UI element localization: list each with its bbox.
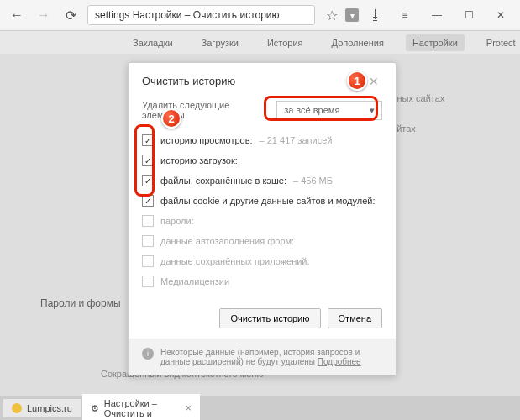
callout-1: 1 bbox=[347, 71, 367, 91]
tab-close-icon[interactable]: × bbox=[186, 402, 192, 414]
check-row: ✓историю загрузок: bbox=[142, 150, 382, 171]
checkbox bbox=[142, 255, 154, 267]
note-text: Некоторые данные (например, история запр… bbox=[160, 348, 382, 366]
close-icon[interactable]: ✕ bbox=[369, 75, 382, 88]
checkbox bbox=[142, 276, 154, 287]
check-row: ✓файлы, сохранённые в кэше: – 456 МБ bbox=[142, 171, 382, 191]
check-row: данные сохранённых приложений. bbox=[142, 251, 382, 271]
chevron-down-icon: ▾ bbox=[370, 105, 375, 116]
address-text: settings Настройки – Очистить историю bbox=[95, 9, 280, 21]
check-label: данные сохранённых приложений. bbox=[160, 256, 310, 266]
close-window-button[interactable]: ✕ bbox=[488, 5, 513, 25]
checkbox[interactable]: ✓ bbox=[142, 134, 154, 146]
shield-icon[interactable]: ▾ bbox=[345, 8, 359, 22]
checkbox[interactable]: ✓ bbox=[142, 175, 154, 186]
check-row: Медиалицензии bbox=[142, 271, 382, 291]
minimize-button[interactable]: — bbox=[424, 5, 449, 25]
check-label: историю загрузок: bbox=[160, 155, 238, 165]
check-label: историю просмотров: bbox=[160, 135, 253, 145]
check-value: – 21 417 записей bbox=[260, 135, 333, 145]
check-row: данные автозаполнения форм: bbox=[142, 231, 382, 251]
tab-bookmarks[interactable]: Закладки bbox=[126, 34, 180, 51]
menu-icon[interactable]: ≡ bbox=[392, 5, 418, 25]
callout-2: 2 bbox=[161, 108, 181, 129]
checkbox[interactable]: ✓ bbox=[142, 195, 154, 207]
info-icon: i bbox=[142, 348, 154, 360]
settings-nav: Закладки Загрузки История Дополнения Нас… bbox=[0, 31, 520, 55]
time-range-dropdown[interactable]: за всё время ▾ bbox=[276, 101, 382, 120]
checkbox bbox=[142, 235, 154, 247]
check-label: пароли: bbox=[160, 216, 194, 226]
check-label: файлы, сохранённые в кэше: bbox=[160, 176, 286, 186]
tab-settings[interactable]: Настройки bbox=[406, 34, 465, 51]
check-value: – 456 МБ bbox=[293, 176, 333, 186]
check-label: Медиалицензии bbox=[160, 276, 229, 286]
checkbox bbox=[142, 215, 154, 227]
check-row: пароли: bbox=[142, 211, 382, 231]
favicon bbox=[12, 403, 22, 413]
address-bar[interactable]: settings Настройки – Очистить историю bbox=[87, 5, 315, 25]
tab-protect[interactable]: Protect bbox=[480, 34, 520, 51]
check-label: данные автозаполнения форм: bbox=[160, 236, 294, 246]
dialog-title: Очистить историю bbox=[142, 75, 235, 87]
gear-icon: ⚙ bbox=[91, 403, 99, 414]
back-button[interactable]: ← bbox=[7, 5, 27, 25]
check-label: файлы cookie и другие данные сайтов и мо… bbox=[160, 196, 376, 206]
clear-button[interactable]: Очистить историю bbox=[219, 308, 320, 328]
note-link[interactable]: Подробнее bbox=[318, 357, 361, 366]
browser-tab-lumpics[interactable]: Lumpics.ru bbox=[3, 399, 81, 417]
tab-history[interactable]: История bbox=[260, 34, 310, 51]
maximize-button[interactable]: ☐ bbox=[456, 5, 481, 25]
tab-addons[interactable]: Дополнения bbox=[325, 34, 391, 51]
check-row: ✓историю просмотров: – 21 417 записей bbox=[142, 130, 382, 150]
browser-tab-settings[interactable]: ⚙ Настройки – Очистить и × bbox=[82, 394, 200, 420]
checkbox[interactable]: ✓ bbox=[142, 155, 154, 166]
bookmark-icon[interactable]: ☆ bbox=[322, 5, 342, 25]
downloads-icon[interactable]: ⭳ bbox=[365, 5, 386, 25]
browser-tabs: Lumpics.ru ⚙ Настройки – Очистить и × bbox=[0, 396, 520, 420]
cancel-button[interactable]: Отмена bbox=[328, 308, 382, 328]
forward-button: → bbox=[34, 5, 54, 25]
check-row: ✓файлы cookie и другие данные сайтов и м… bbox=[142, 191, 382, 211]
reload-button[interactable]: ⟳ bbox=[60, 5, 81, 25]
tab-downloads[interactable]: Загрузки bbox=[195, 34, 245, 51]
